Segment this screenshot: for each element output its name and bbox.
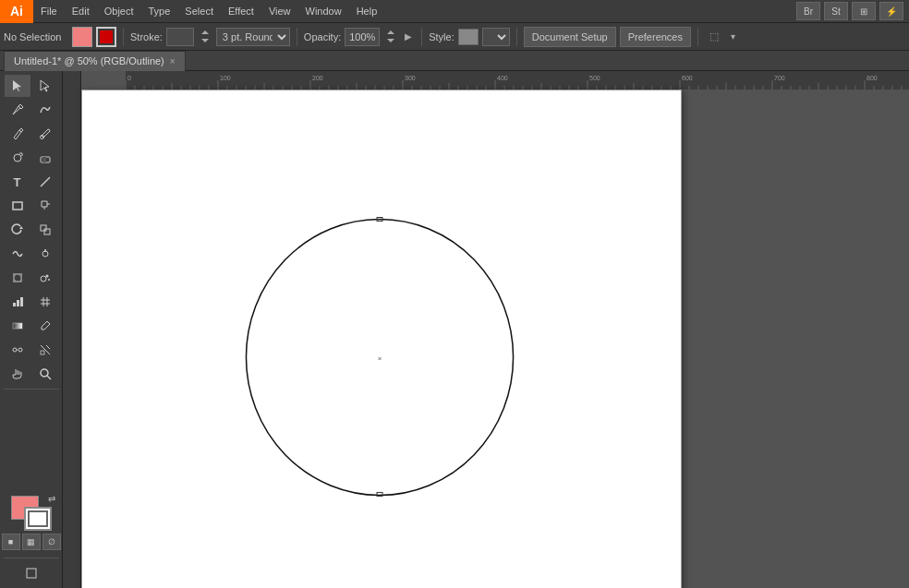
tool-row-4: [5, 147, 58, 169]
gradient-mode-icon[interactable]: ▦: [22, 534, 41, 550]
eraser-tool[interactable]: [32, 147, 58, 169]
scale-tool[interactable]: [32, 219, 58, 241]
bottom-separator: [4, 558, 59, 558]
tab-title: Untitled-1* @ 50% (RGB/Outline): [14, 55, 164, 66]
blob-brush-tool[interactable]: [5, 147, 30, 169]
paintbucket-tool[interactable]: [32, 195, 58, 217]
color-area: ⇄ ■ ▦ ∅: [2, 496, 61, 554]
stroke-spinner[interactable]: [198, 30, 212, 44]
slice-tool[interactable]: [32, 339, 58, 361]
color-boxes: ⇄: [11, 496, 52, 531]
preferences-button[interactable]: Preferences: [620, 27, 691, 47]
eyedropper-tool[interactable]: [32, 315, 58, 337]
broadcast-icon[interactable]: ⚡: [879, 2, 903, 20]
arrange-icon[interactable]: ⬚: [705, 28, 723, 46]
svg-rect-5: [42, 157, 46, 162]
menu-type[interactable]: Type: [141, 0, 178, 22]
menu-view[interactable]: View: [261, 0, 298, 22]
swap-colors-icon[interactable]: ⇄: [48, 494, 55, 504]
stroke-value-input[interactable]: [166, 28, 194, 46]
rotate-tool[interactable]: [5, 219, 30, 241]
right-app-icons: Br St ⊞ ⚡: [796, 2, 909, 20]
tool-row-12: [5, 339, 58, 361]
free-transform-tool[interactable]: [5, 267, 30, 289]
color-mode-icons: ■ ▦ ∅: [2, 534, 61, 550]
stroke-label: Stroke:: [130, 31, 163, 42]
style-label: Style:: [429, 31, 454, 42]
svg-line-6: [41, 177, 50, 186]
svg-point-3: [14, 154, 21, 162]
workspace-icon[interactable]: ⊞: [852, 2, 876, 20]
reshape-tool[interactable]: [32, 243, 58, 265]
tool-row-9: [5, 267, 58, 289]
svg-rect-22: [20, 297, 23, 306]
menu-edit[interactable]: Edit: [65, 0, 97, 22]
column-graph-tool[interactable]: [5, 291, 30, 313]
direct-selection-tool[interactable]: [32, 75, 58, 97]
draw-mode-icon[interactable]: [18, 562, 44, 584]
zoom-tool[interactable]: [32, 363, 58, 385]
svg-point-28: [41, 369, 48, 377]
opacity-input[interactable]: [345, 28, 380, 46]
style-box[interactable]: [458, 29, 479, 45]
stroke-color-box[interactable]: [96, 27, 116, 47]
stroke-color-swatch[interactable]: [24, 507, 52, 531]
arrange-dropdown[interactable]: ▾: [727, 28, 740, 46]
warp-tool[interactable]: [5, 243, 30, 265]
pencil-tool[interactable]: [5, 123, 30, 145]
hand-tool[interactable]: [5, 363, 30, 385]
selection-indicator: No Selection: [4, 31, 68, 42]
menu-select[interactable]: Select: [177, 0, 221, 22]
svg-point-25: [18, 348, 22, 352]
menu-window[interactable]: Window: [298, 0, 349, 22]
opacity-spinner[interactable]: [383, 30, 398, 44]
artboard: ×: [81, 90, 682, 588]
rectangle-tool[interactable]: [5, 195, 30, 217]
selection-tool[interactable]: [5, 75, 30, 97]
document-setup-button[interactable]: Document Setup: [524, 27, 616, 47]
svg-marker-8: [19, 226, 23, 229]
svg-rect-23: [13, 323, 22, 329]
svg-text:0: 0: [127, 75, 131, 81]
gradient-tool[interactable]: [5, 315, 30, 337]
svg-rect-20: [13, 303, 16, 306]
brush-tool[interactable]: [32, 123, 58, 145]
artwork-svg: ×: [82, 90, 681, 588]
line-segment-tool[interactable]: [32, 171, 58, 193]
opacity-label: Opacity:: [304, 31, 341, 42]
color-mode-icon[interactable]: ■: [2, 534, 20, 550]
svg-point-17: [41, 276, 46, 282]
symbol-sprayer-tool[interactable]: [32, 267, 58, 289]
tool-separator-bottom: [4, 389, 59, 390]
menu-object[interactable]: Object: [97, 0, 141, 22]
svg-text:800: 800: [867, 75, 878, 81]
none-mode-icon[interactable]: ∅: [42, 534, 61, 550]
freeform-tool[interactable]: [32, 99, 58, 121]
stock-icon[interactable]: St: [824, 2, 848, 20]
menu-help[interactable]: Help: [349, 0, 385, 22]
stroke-type-select[interactable]: 3 pt. Round 1 pt. Round 2 pt. Round: [216, 28, 290, 46]
menu-effect[interactable]: Effect: [221, 0, 261, 22]
svg-rect-10: [44, 229, 50, 234]
tab-bar: Untitled-1* @ 50% (RGB/Outline) ×: [0, 51, 909, 71]
tab-close-button[interactable]: ×: [170, 56, 176, 66]
svg-marker-1: [41, 80, 49, 91]
fill-color-box[interactable]: [72, 27, 92, 47]
document-tab[interactable]: Untitled-1* @ 50% (RGB/Outline) ×: [4, 51, 186, 71]
control-toolbar: No Selection Stroke: 3 pt. Round 1 pt. R…: [0, 23, 909, 51]
menu-file[interactable]: File: [33, 0, 65, 22]
svg-rect-31: [126, 71, 909, 90]
mesh-tool[interactable]: [32, 291, 58, 313]
opacity-expand[interactable]: ▶: [402, 29, 415, 45]
canvas-container[interactable]: 0100200300400500600700800 ×: [63, 71, 909, 588]
menu-bar: Ai File Edit Object Type Select Effect V…: [0, 0, 909, 23]
type-tool[interactable]: T: [5, 171, 30, 193]
blend-tool[interactable]: [5, 339, 30, 361]
svg-point-19: [48, 279, 50, 281]
svg-rect-27: [41, 351, 44, 354]
svg-rect-9: [41, 225, 46, 231]
svg-rect-16: [13, 280, 16, 282]
style-select[interactable]: [482, 28, 510, 46]
bridge-icon[interactable]: Br: [796, 2, 820, 20]
pen-tool[interactable]: [5, 99, 30, 121]
